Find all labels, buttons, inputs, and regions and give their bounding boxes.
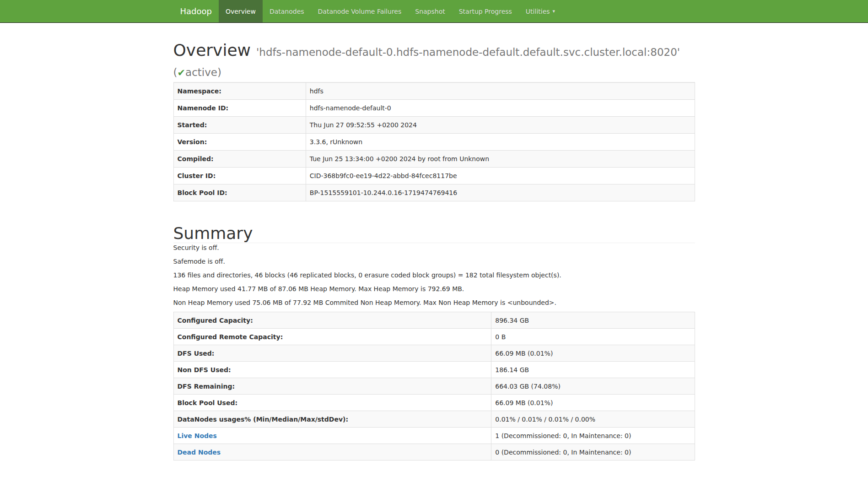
summary-label-datanode-usages: DataNodes usages% (Min/Median/Max/stdDev… xyxy=(173,411,491,428)
dead-nodes-link[interactable]: Dead Nodes xyxy=(178,449,221,456)
namenode-info-table: Namespace: hdfs Namenode ID: hdfs-nameno… xyxy=(173,82,695,201)
table-row: Namespace: hdfs xyxy=(173,83,695,100)
info-value-cluster-id: CID-368b9fc0-ee19-4d22-abbd-84fcec8117be xyxy=(306,168,695,184)
summary-value-configured-capacity: 896.34 GB xyxy=(491,312,695,329)
summary-safemode-status: Safemode is off. xyxy=(173,257,695,266)
info-value-namespace: hdfs xyxy=(306,83,695,100)
summary-heap-memory: Heap Memory used 41.77 MB of 87.06 MB He… xyxy=(173,284,695,293)
info-value-namenode-id: hdfs-namenode-default-0 xyxy=(306,100,695,117)
info-label-version: Version: xyxy=(173,134,306,151)
nav-item-snapshot-label: Snapshot xyxy=(415,8,445,15)
info-label-compiled: Compiled: xyxy=(173,151,306,168)
page-title-text: Overview xyxy=(173,41,251,60)
summary-non-heap-memory: Non Heap Memory used 75.06 MB of 77.92 M… xyxy=(173,298,695,307)
nav-item-utilities-dropdown[interactable]: Utilities ▾ xyxy=(519,0,562,22)
nav-item-startup-progress[interactable]: Startup Progress xyxy=(452,0,519,22)
table-row: Configured Capacity: 896.34 GB xyxy=(173,312,695,329)
status-badge: active) xyxy=(185,66,221,78)
table-row: Non DFS Used: 186.14 GB xyxy=(173,362,695,378)
summary-heading: Summary xyxy=(173,224,695,243)
top-navbar: Hadoop Overview Datanodes Datanode Volum… xyxy=(0,0,868,23)
summary-value-dfs-used: 66.09 MB (0.01%) xyxy=(491,345,695,362)
table-row: DataNodes usages% (Min/Median/Max/stdDev… xyxy=(173,411,695,428)
table-row: DFS Used: 66.09 MB (0.01%) xyxy=(173,345,695,362)
navbar-container: Hadoop Overview Datanodes Datanode Volum… xyxy=(167,0,702,22)
nav-item-startup-progress-label: Startup Progress xyxy=(459,8,512,15)
brand-hadoop[interactable]: Hadoop xyxy=(173,0,219,22)
summary-value-live-nodes: 1 (Decommissioned: 0, In Maintenance: 0) xyxy=(491,428,695,444)
table-row: DFS Remaining: 664.03 GB (74.08%) xyxy=(173,378,695,395)
nav-item-datanodes-label: Datanodes xyxy=(270,8,304,15)
table-row: Cluster ID: CID-368b9fc0-ee19-4d22-abbd-… xyxy=(173,168,695,184)
page-container: Overview'hdfs-namenode-default-0.hdfs-na… xyxy=(167,41,702,460)
live-nodes-link[interactable]: Live Nodes xyxy=(178,432,217,439)
summary-value-dfs-remaining: 664.03 GB (74.08%) xyxy=(491,378,695,395)
table-row: Namenode ID: hdfs-namenode-default-0 xyxy=(173,100,695,117)
summary-label-dead-nodes: Dead Nodes xyxy=(173,444,491,460)
info-value-compiled: Tue Jun 25 13:34:00 +0200 2024 by root f… xyxy=(306,151,695,168)
info-label-cluster-id: Cluster ID: xyxy=(173,168,306,184)
nav-item-overview[interactable]: Overview xyxy=(219,0,263,22)
summary-label-configured-capacity: Configured Capacity: xyxy=(173,312,491,329)
nav-item-datanodes[interactable]: Datanodes xyxy=(263,0,311,22)
caret-down-icon: ▾ xyxy=(553,9,555,14)
summary-value-non-dfs-used: 186.14 GB xyxy=(491,362,695,378)
summary-label-block-pool-used: Block Pool Used: xyxy=(173,395,491,411)
summary-value-configured-remote-capacity: 0 B xyxy=(491,329,695,345)
summary-label-dfs-remaining: DFS Remaining: xyxy=(173,378,491,395)
table-row: Compiled: Tue Jun 25 13:34:00 +0200 2024… xyxy=(173,151,695,168)
summary-value-datanode-usages: 0.01% / 0.01% / 0.01% / 0.00% xyxy=(491,411,695,428)
summary-filesystem-objects: 136 files and directories, 46 blocks (46… xyxy=(173,271,695,280)
namenode-address: 'hdfs-namenode-default-0.hdfs-namenode-d… xyxy=(256,46,680,58)
info-label-started: Started: xyxy=(173,117,306,134)
check-icon: ✔ xyxy=(177,67,185,78)
summary-value-dead-nodes: 0 (Decommissioned: 0, In Maintenance: 0) xyxy=(491,444,695,460)
summary-label-dfs-used: DFS Used: xyxy=(173,345,491,362)
summary-table: Configured Capacity: 896.34 GB Configure… xyxy=(173,312,695,460)
table-row: Configured Remote Capacity: 0 B xyxy=(173,329,695,345)
summary-security-status: Security is off. xyxy=(173,243,695,252)
nav-item-datanode-volume-failures[interactable]: Datanode Volume Failures xyxy=(311,0,409,22)
info-value-block-pool-id: BP-1515559101-10.244.0.16-1719474769416 xyxy=(306,184,695,201)
nav-item-datanode-volume-failures-label: Datanode Volume Failures xyxy=(318,8,402,15)
table-row: Dead Nodes 0 (Decommissioned: 0, In Main… xyxy=(173,444,695,460)
table-row: Version: 3.3.6, rUnknown xyxy=(173,134,695,151)
table-row: Block Pool ID: BP-1515559101-10.244.0.16… xyxy=(173,184,695,201)
summary-text-block: Security is off. Safemode is off. 136 fi… xyxy=(173,243,695,307)
table-row: Started: Thu Jun 27 09:52:55 +0200 2024 xyxy=(173,117,695,134)
summary-label-live-nodes: Live Nodes xyxy=(173,428,491,444)
table-row: Block Pool Used: 66.09 MB (0.01%) xyxy=(173,395,695,411)
info-value-started: Thu Jun 27 09:52:55 +0200 2024 xyxy=(306,117,695,134)
summary-label-non-dfs-used: Non DFS Used: xyxy=(173,362,491,378)
nav-item-utilities-label: Utilities xyxy=(526,8,550,15)
table-row: Live Nodes 1 (Decommissioned: 0, In Main… xyxy=(173,428,695,444)
summary-value-block-pool-used: 66.09 MB (0.01%) xyxy=(491,395,695,411)
summary-label-configured-remote-capacity: Configured Remote Capacity: xyxy=(173,329,491,345)
info-label-namenode-id: Namenode ID: xyxy=(173,100,306,117)
page-title: Overview'hdfs-namenode-default-0.hdfs-na… xyxy=(173,41,695,82)
info-value-version: 3.3.6, rUnknown xyxy=(306,134,695,151)
info-label-block-pool-id: Block Pool ID: xyxy=(173,184,306,201)
nav-item-snapshot[interactable]: Snapshot xyxy=(408,0,452,22)
nav-item-overview-label: Overview xyxy=(226,8,256,15)
info-label-namespace: Namespace: xyxy=(173,83,306,100)
